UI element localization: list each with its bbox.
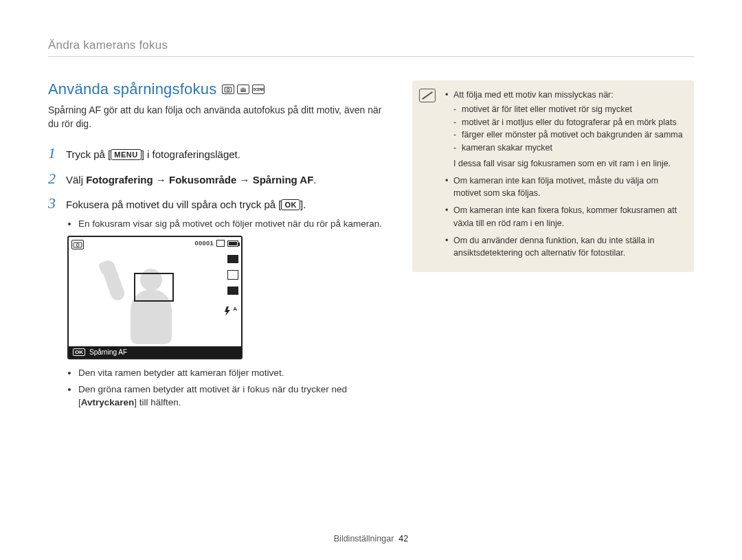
lcd-counter: 00001 — [194, 240, 214, 247]
indicator-2-icon — [227, 270, 238, 280]
note-reason-2: motivet är i motljus eller du fotografer… — [453, 116, 683, 129]
step-1-text: Tryck på [MENU] i fotograferingsläget. — [66, 146, 240, 163]
step-3-bullet-1: En fokusram visar sig på motivet och föl… — [78, 217, 385, 231]
lcd-bottom-bar: OK Spårning AF — [69, 346, 241, 358]
mode-icon-scene: SCENE — [252, 85, 265, 94]
step-3-number: 3 — [48, 196, 59, 211]
lcd-preview: 00001 A — [67, 236, 243, 359]
note-box: Att följa med ett motiv kan misslyckas n… — [412, 80, 694, 272]
mode-icon-hand — [237, 85, 249, 94]
indicator-3-icon — [227, 287, 238, 295]
note-fail-reasons: motivet är för litet eller motivet rör s… — [453, 103, 683, 155]
focus-frame — [134, 273, 174, 302]
footer-section: Bildinställningar — [334, 534, 394, 544]
page-footer: Bildinställningar 42 — [0, 534, 742, 544]
right-column: Att följa med ett motiv kan misslyckas n… — [412, 80, 694, 412]
note-icon — [419, 89, 436, 102]
flash-auto-icon: A — [222, 306, 237, 319]
footer-page-number: 42 — [398, 534, 408, 544]
note-fail-tail: I dessa fall visar sig fokusramen som en… — [453, 157, 683, 170]
svg-point-1 — [227, 89, 229, 91]
breadcrumb: Ändra kamerans fokus — [48, 38, 694, 57]
note-reason-3: färger eller mönster på motivet och bakg… — [453, 128, 683, 142]
menu-pill: MENU — [111, 149, 141, 160]
lcd-top-right: 00001 — [194, 240, 238, 247]
note-reason-1: motivet är för litet eller motivet rör s… — [453, 103, 683, 116]
lcd-top-left-icons — [71, 240, 84, 249]
svg-point-3 — [76, 244, 79, 247]
mode-icons: SCENE — [222, 85, 265, 94]
section-title: Använda spårningsfokus SCENE — [48, 80, 385, 98]
left-column: Använda spårningsfokus SCENE Spårning AF… — [48, 80, 385, 412]
battery-icon — [227, 240, 238, 247]
note-extra-3: Om du använder denna funktion, kan du in… — [445, 234, 683, 260]
lcd-ok-pill: OK — [73, 348, 85, 356]
camera-mode-icon — [71, 240, 84, 249]
indicator-1-icon — [227, 255, 238, 263]
step-3-text: Fokusera på motivet du vill spåra och tr… — [66, 196, 306, 213]
note-lead: Att följa med ett motiv kan misslyckas n… — [453, 90, 614, 100]
ok-pill: OK — [281, 199, 300, 210]
note-extra-2: Om kameran inte kan fixera fokus, kommer… — [445, 204, 683, 230]
step-1: 1 Tryck på [MENU] i fotograferingsläget. — [48, 146, 385, 163]
step-3-bullets: En fokusram visar sig på motivet och föl… — [67, 217, 385, 231]
lcd-bottom-label: Spårning AF — [89, 348, 127, 356]
step-2: 2 Välj Fotografering → Fokusområde → Spå… — [48, 171, 385, 188]
step-3: 3 Fokusera på motivet du vill spåra och … — [48, 196, 385, 213]
section-title-text: Använda spårningsfokus — [48, 80, 216, 98]
step-2-text: Välj Fotografering → Fokusområde → Spårn… — [66, 171, 317, 188]
after-lcd-bullets: Den vita ramen betyder att kameran följe… — [67, 366, 385, 410]
section-intro: Spårning AF gör att du kan följa och anv… — [48, 104, 385, 131]
lcd-right-indicators — [227, 255, 238, 295]
mode-icon-p — [222, 85, 234, 94]
after-lcd-bullet-1: Den vita ramen betyder att kameran följe… — [78, 366, 385, 380]
note-extra-1: Om kameran inte kan följa motivet, måste… — [445, 175, 683, 201]
step-2-number: 2 — [48, 171, 59, 186]
note-reason-4: kameran skakar mycket — [453, 142, 683, 155]
after-lcd-bullet-2: Den gröna ramen betyder att motivet är i… — [78, 383, 385, 410]
note-lead-item: Att följa med ett motiv kan misslyckas n… — [445, 89, 683, 170]
sd-icon — [216, 240, 225, 247]
step-1-number: 1 — [48, 146, 59, 161]
